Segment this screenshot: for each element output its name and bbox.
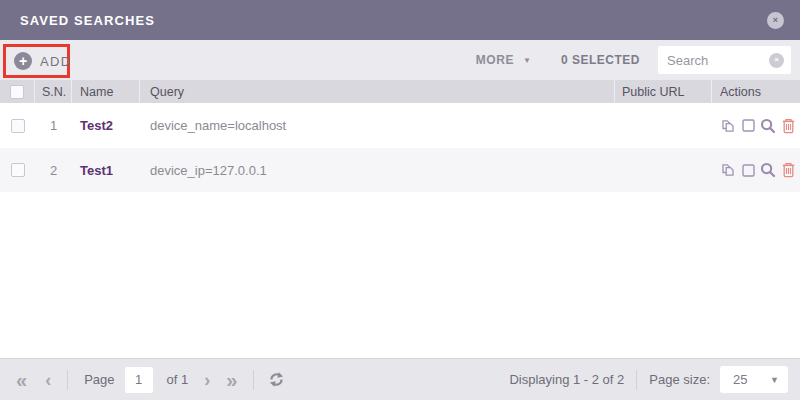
pagination-footer: « ‹ Page of 1 › » Displaying 1 - 2 of 2 … [0,358,800,400]
row-actions [720,162,796,178]
search-input[interactable] [667,53,762,68]
last-page-icon[interactable]: » [226,370,237,390]
column-header-sn: S.N. [35,80,72,103]
refresh-icon[interactable] [268,371,285,388]
divider [636,370,637,390]
delete-icon[interactable] [780,162,796,178]
page-size-select[interactable]: 25 ▼ [720,366,788,393]
copy-icon[interactable] [720,162,736,178]
page-size-value: 25 [733,372,747,387]
row-query: device_ip=127.0.0.1 [140,163,615,178]
chevron-down-icon: ▼ [770,375,779,385]
row-checkbox[interactable] [11,163,25,177]
page-label: Page [84,372,114,387]
delete-icon[interactable] [780,118,796,134]
chevron-down-icon: ▼ [523,56,531,65]
displaying-text: Displaying 1 - 2 of 2 [509,372,624,387]
copy-icon[interactable] [720,118,736,134]
next-page-icon[interactable]: › [204,371,210,389]
plus-icon: + [14,52,32,70]
add-button[interactable]: + ADD [14,52,72,70]
table-row: 1 Test2 device_name=localhost [0,103,800,148]
page-of-label: of 1 [167,372,189,387]
search-run-icon[interactable] [760,118,776,134]
toolbar: + ADD MORE ▼ 0 SELECTED × [0,40,800,80]
selected-count: 0 SELECTED [561,53,640,67]
table-header: S.N. Name Query Public URL Actions [0,80,800,103]
column-header-name: Name [72,80,140,103]
select-all-checkbox[interactable] [10,85,24,99]
table-row: 2 Test1 device_ip=127.0.0.1 [0,148,800,192]
row-checkbox[interactable] [11,119,25,133]
public-url-toggle-icon[interactable] [740,118,756,134]
page-number-input[interactable] [125,367,153,393]
row-sn: 1 [35,118,72,133]
more-button[interactable]: MORE ▼ [476,53,531,67]
saved-search-name-link[interactable]: Test2 [80,118,113,133]
select-all-cell [0,80,35,103]
column-header-actions: Actions [712,80,800,103]
saved-search-name-link[interactable]: Test1 [80,163,113,178]
toolbar-right: MORE ▼ 0 SELECTED × [476,46,800,74]
row-actions [720,118,796,134]
row-sn: 2 [35,163,72,178]
divider [253,370,254,390]
row-query: device_name=localhost [140,118,615,133]
add-button-label: ADD [40,54,72,69]
more-button-label: MORE [476,53,514,67]
column-header-query: Query [140,80,615,103]
search-clear-icon[interactable]: × [769,53,784,68]
divider [67,370,68,390]
saved-searches-panel: SAVED SEARCHES × + ADD MORE ▼ 0 SELECTED… [0,0,800,400]
page-title: SAVED SEARCHES [20,13,155,28]
titlebar: SAVED SEARCHES × [0,0,800,40]
close-icon[interactable]: × [767,12,784,29]
add-button-annotation-highlight: + ADD [3,44,70,78]
first-page-icon[interactable]: « [16,370,27,390]
search-run-icon[interactable] [760,162,776,178]
search-box: × [658,46,791,74]
column-header-public-url: Public URL [615,80,712,103]
page-size-label: Page size: [649,372,710,387]
prev-page-icon[interactable]: ‹ [45,371,51,389]
public-url-toggle-icon[interactable] [740,162,756,178]
